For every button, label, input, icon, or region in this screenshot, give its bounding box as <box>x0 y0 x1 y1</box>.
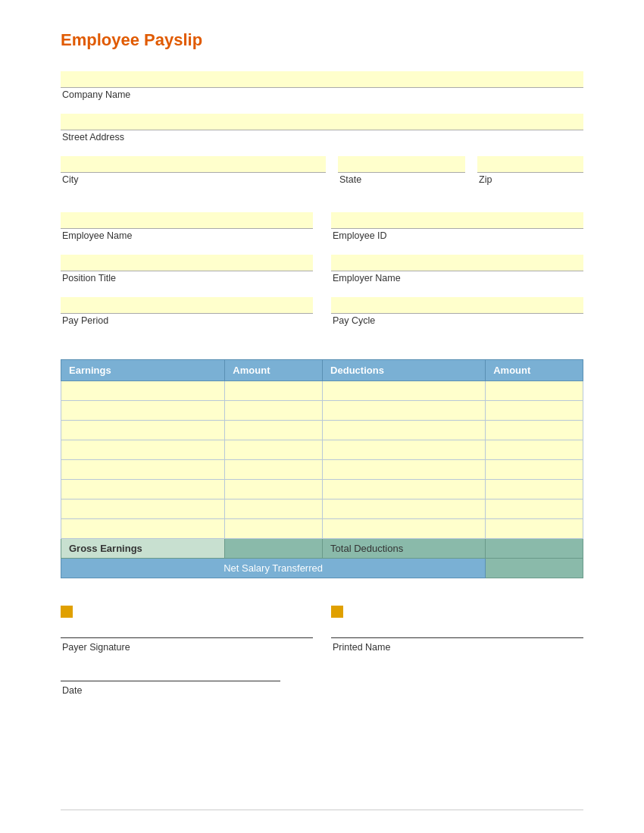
gross-earnings-value <box>225 539 323 559</box>
printed-name-group: Printed Name <box>331 606 583 653</box>
state-input[interactable] <box>338 156 465 173</box>
page-title: Employee Payslip <box>61 30 583 50</box>
company-name-input[interactable] <box>61 71 583 88</box>
total-deductions-label: Total Deductions <box>323 539 486 559</box>
position-title-input[interactable] <box>61 255 313 271</box>
payer-signature-group: Payer Signature <box>61 606 313 653</box>
city-input[interactable] <box>61 156 326 173</box>
employer-name-label: Employer Name <box>331 273 583 283</box>
pay-cycle-input[interactable] <box>331 297 583 314</box>
table-row <box>61 480 583 499</box>
city-label: City <box>61 174 326 185</box>
table-row <box>61 401 583 421</box>
payer-signature-line <box>61 623 313 638</box>
printed-name-line <box>331 623 583 638</box>
street-address-input[interactable] <box>61 114 583 130</box>
date-label: Date <box>61 685 82 696</box>
table-row <box>61 460 583 480</box>
pay-period-input[interactable] <box>61 297 313 314</box>
printed-name-mark <box>331 606 343 618</box>
date-group: Date <box>61 666 583 696</box>
table-row <box>61 381 583 401</box>
employee-name-input[interactable] <box>61 212 313 229</box>
pay-period-label: Pay Period <box>61 315 313 326</box>
net-salary-value <box>486 559 583 578</box>
totals-row: Gross Earnings Total Deductions <box>61 539 583 559</box>
employee-name-label: Employee Name <box>61 230 313 241</box>
deductions-header: Deductions <box>323 360 486 381</box>
employee-id-input[interactable] <box>331 212 583 229</box>
table-row <box>61 499 583 519</box>
signature-section: Payer Signature Printed Name <box>61 606 583 653</box>
earnings-header: Earnings <box>61 360 225 381</box>
table-row <box>61 421 583 440</box>
payer-sig-mark <box>61 606 73 618</box>
bottom-divider <box>61 810 583 810</box>
earnings-amount-header: Amount <box>225 360 323 381</box>
table-row <box>61 440 583 460</box>
printed-name-label: Printed Name <box>331 642 390 653</box>
net-salary-row: Net Salary Transferred <box>61 559 583 578</box>
company-name-label: Company Name <box>61 89 583 100</box>
street-address-label: Street Address <box>61 132 583 142</box>
employer-name-input[interactable] <box>331 255 583 271</box>
deductions-amount-header: Amount <box>486 360 583 381</box>
state-label: State <box>338 174 465 185</box>
date-line <box>61 666 280 681</box>
net-salary-label: Net Salary Transferred <box>61 559 486 578</box>
gross-earnings-label: Gross Earnings <box>61 539 225 559</box>
payslip-table: Earnings Amount Deductions Amount Gross … <box>61 359 583 578</box>
total-deductions-value <box>486 539 583 559</box>
zip-input[interactable] <box>477 156 583 173</box>
employee-id-label: Employee ID <box>331 230 583 241</box>
pay-cycle-label: Pay Cycle <box>331 315 583 326</box>
zip-label: Zip <box>477 174 583 185</box>
position-title-label: Position Title <box>61 273 313 283</box>
table-row <box>61 519 583 539</box>
payer-signature-label: Payer Signature <box>61 642 130 653</box>
